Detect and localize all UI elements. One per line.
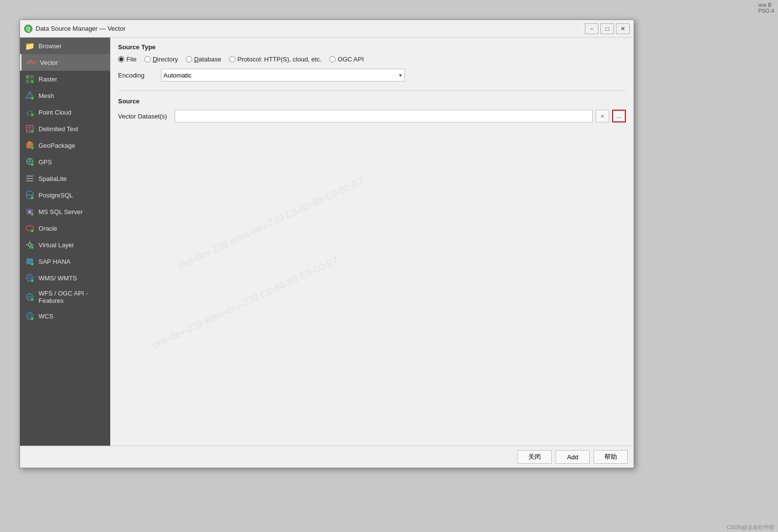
minimize-button[interactable]: − — [585, 23, 598, 34]
svg-text:+: + — [32, 130, 33, 133]
svg-point-2 — [27, 61, 30, 64]
svg-point-22 — [31, 111, 33, 113]
encoding-label: Encoding — [118, 72, 157, 79]
source-clear-button[interactable]: ✕ — [596, 110, 609, 122]
sidebar-item-oracle[interactable]: + Oracle — [20, 220, 110, 236]
encoding-select-wrapper: Automatic UTF-8 UTF-16 ISO-8859-1 Window… — [161, 69, 405, 81]
svg-text:+: + — [32, 213, 33, 216]
source-section: Source Vector Dataset(s) ✕ ... — [118, 98, 626, 122]
svg-text:+: + — [32, 97, 33, 100]
top-right-hint: iew BPSG:4 — [755, 0, 778, 16]
wcs-icon: + — [25, 311, 35, 321]
source-browse-button[interactable]: ... — [612, 110, 626, 122]
source-type-title: Source Type — [118, 43, 626, 51]
svg-text:+: + — [32, 230, 33, 233]
watermark-2: otei-dev-239 kotei-dev-239 C8-80-88-E0-8… — [151, 255, 340, 351]
radio-label-file: File — [126, 56, 137, 63]
radio-protocol[interactable] — [229, 56, 236, 62]
sidebar-item-virtual-layer[interactable]: + Virtual Layer — [20, 236, 110, 253]
svg-rect-7 — [26, 75, 29, 79]
radio-database[interactable] — [186, 56, 192, 62]
vector-icon: + — [26, 58, 36, 67]
sidebar-item-geopackage[interactable]: + GeoPackage — [20, 137, 110, 154]
clear-icon: ✕ — [600, 114, 604, 119]
sidebar-item-browser[interactable]: 📁 Browser — [20, 38, 110, 54]
sidebar-item-delimited-text[interactable]: + Delimited Text — [20, 120, 110, 137]
encoding-row: Encoding Automatic UTF-8 UTF-16 ISO-8859… — [118, 69, 626, 81]
source-title: Source — [118, 98, 626, 105]
sidebar-label-raster: Raster — [39, 76, 105, 83]
sidebar-label-geopackage: GeoPackage — [39, 142, 105, 149]
sidebar-item-ms-sql[interactable]: S + MS SQL Server — [20, 203, 110, 220]
svg-marker-32 — [26, 141, 33, 143]
sidebar-item-wms-wmts[interactable]: + WMS/ WMTS — [20, 270, 110, 286]
svg-text:+: + — [32, 246, 33, 249]
sidebar-item-gps[interactable]: + GPS — [20, 154, 110, 170]
close-btn[interactable]: 关闭 — [518, 450, 552, 464]
svg-text:+: + — [32, 263, 33, 266]
svg-point-56 — [28, 243, 31, 246]
radio-directory[interactable] — [144, 56, 151, 62]
sidebar-label-virtual-layer: Virtual Layer — [39, 241, 105, 249]
mesh-icon: + — [25, 91, 35, 100]
sidebar-label-point-cloud: Point Cloud — [39, 109, 105, 116]
sidebar-item-wfs-ogc[interactable]: + WFS / OGC API - Features — [20, 286, 110, 308]
geopackage-icon: + — [25, 140, 35, 150]
svg-point-3 — [33, 61, 36, 64]
close-button[interactable]: ✕ — [616, 23, 630, 34]
maximize-button[interactable]: □ — [600, 23, 614, 34]
radio-option-database[interactable]: Database — [186, 56, 221, 63]
radio-label-protocol: Protocol: HTTP(S), cloud, etc. — [238, 56, 322, 63]
sidebar: 📁 Browser + Vector — [20, 38, 110, 446]
sidebar-item-mesh[interactable]: + Mesh — [20, 87, 110, 104]
radio-option-file[interactable]: File — [118, 56, 137, 63]
spatialite-icon — [25, 174, 35, 183]
source-input[interactable] — [175, 110, 593, 122]
sidebar-label-sap-hana: SAP HANA — [39, 258, 105, 265]
svg-text:+: + — [32, 80, 33, 83]
sidebar-label-oracle: Oracle — [39, 225, 105, 232]
encoding-select[interactable]: Automatic UTF-8 UTF-16 ISO-8859-1 Window… — [161, 69, 405, 81]
sidebar-label-browser: Browser — [39, 42, 105, 50]
sidebar-item-raster[interactable]: + Raster — [20, 71, 110, 87]
radio-ogc-api[interactable] — [329, 56, 336, 62]
svg-text:Q: Q — [26, 26, 30, 32]
ms-sql-icon: S + — [25, 207, 35, 217]
radio-option-directory[interactable]: Directory — [144, 56, 178, 63]
radio-option-protocol[interactable]: Protocol: HTTP(S), cloud, etc. — [229, 56, 322, 63]
postgresql-icon: + — [25, 190, 35, 200]
bottom-bar: 关闭 Add 帮助 — [20, 446, 634, 468]
svg-point-19 — [29, 110, 30, 112]
sidebar-item-sap-hana[interactable]: + SAP HANA — [20, 253, 110, 270]
sidebar-label-postgresql: PostgreSQL — [39, 192, 105, 199]
source-dataset-label: Vector Dataset(s) — [118, 113, 172, 120]
source-row: Vector Dataset(s) ✕ ... — [118, 110, 626, 122]
sidebar-label-ms-sql: MS SQL Server — [39, 208, 105, 216]
svg-text:+: + — [32, 114, 33, 117]
sidebar-label-wcs: WCS — [39, 313, 105, 320]
svg-point-21 — [28, 115, 29, 116]
svg-text:+: + — [32, 147, 33, 150]
sidebar-item-vector[interactable]: + Vector — [20, 54, 110, 71]
svg-point-18 — [27, 113, 28, 114]
folder-icon: 📁 — [25, 41, 35, 51]
sidebar-label-gps: GPS — [39, 158, 105, 166]
add-btn[interactable]: Add — [556, 450, 590, 464]
main-content: 📁 Browser + Vector — [20, 38, 634, 446]
radio-file[interactable] — [118, 56, 124, 62]
sidebar-item-wcs[interactable]: + WCS — [20, 308, 110, 324]
sidebar-label-vector: Vector — [40, 59, 105, 66]
right-panel: Source Type File Directory Database Prot… — [110, 38, 634, 446]
content-area: otei-dev-239 kotei-dev-239 C8-80-88-E0-8… — [118, 122, 626, 440]
sidebar-item-postgresql[interactable]: + PostgreSQL — [20, 187, 110, 203]
sidebar-label-wms-wmts: WMS/ WMTS — [39, 275, 105, 282]
radio-option-ogc-api[interactable]: OGC API — [329, 56, 363, 63]
gps-icon: + — [25, 157, 35, 167]
oracle-icon: + — [25, 223, 35, 233]
dialog-title: Data Source Manager — Vector — [36, 25, 585, 32]
sidebar-item-point-cloud[interactable]: + Point Cloud — [20, 104, 110, 120]
sidebar-item-spatialite[interactable]: SpatiaLite — [20, 170, 110, 187]
help-btn[interactable]: 帮助 — [594, 450, 628, 464]
radio-label-directory: Directory — [153, 56, 178, 63]
sap-hana-icon: + — [25, 256, 35, 266]
